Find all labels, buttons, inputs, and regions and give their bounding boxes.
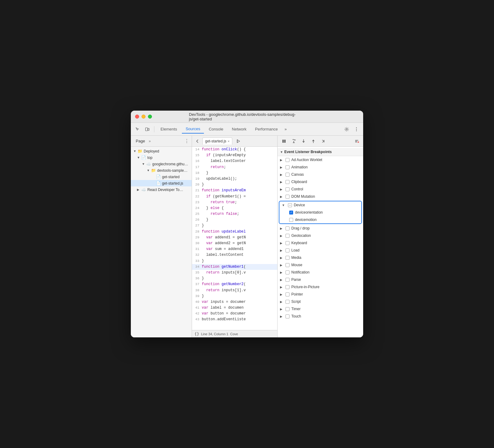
tree-item-react[interactable]: ▶ ☁️ React Developer To… — [131, 186, 192, 193]
tab-performance[interactable]: Performance — [251, 125, 281, 133]
step-button[interactable] — [319, 137, 327, 145]
tab-elements[interactable]: Elements — [157, 125, 181, 133]
bp-check-parse[interactable] — [286, 278, 289, 282]
bp-item-geolocation[interactable]: ▶ Geolocation — [278, 232, 363, 239]
bp-item-timer[interactable]: ▶ Timer — [278, 305, 363, 313]
more-panels-button[interactable]: » — [149, 139, 151, 143]
bp-label-pointer: Pointer — [291, 292, 303, 296]
code-line-29: 29 var addend1 = getN — [192, 235, 277, 241]
tree-item-getstarted-js[interactable]: ▶ 📄 get-started.js — [131, 180, 192, 186]
file-icon-gsjs: 📄 — [156, 181, 161, 185]
bp-item-dragdrop[interactable]: ▶ Drag / drop — [278, 225, 363, 232]
device-toggle-icon[interactable] — [143, 125, 152, 134]
bp-item-clipboard[interactable]: ▶ Clipboard — [278, 178, 363, 185]
bp-check-mouse[interactable] — [286, 263, 289, 267]
debug-toolbar — [278, 136, 363, 147]
window-title: DevTools - googlechrome.github.io/devtoo… — [189, 112, 305, 121]
close-file-icon[interactable]: × — [227, 139, 229, 143]
bp-item-deviceorientation[interactable]: deviceorientation — [279, 209, 361, 216]
deactivate-breakpoints-button[interactable] — [353, 137, 361, 145]
close-button[interactable] — [135, 115, 139, 119]
bp-item-dommutation[interactable]: ▶ DOM Mutation — [278, 193, 363, 200]
tree-item-deployed[interactable]: ▼ 📁 Deployed — [131, 148, 192, 154]
minimize-button[interactable] — [142, 115, 146, 119]
more-tabs-button[interactable]: » — [283, 126, 289, 133]
bp-item-mouse[interactable]: ▶ Mouse — [278, 261, 363, 269]
bp-item-animation[interactable]: ▶ Animation — [278, 163, 363, 171]
bp-check-script[interactable] — [286, 300, 289, 304]
bp-check-media[interactable] — [286, 256, 289, 260]
tab-network[interactable]: Network — [228, 125, 250, 133]
cloud-icon-gc: ☁️ — [146, 162, 151, 166]
bp-check-touch[interactable] — [286, 314, 289, 318]
bp-label-script: Script — [291, 299, 301, 304]
pause-button[interactable] — [280, 137, 288, 145]
run-snippet-icon[interactable] — [235, 138, 242, 145]
pretty-print-icon[interactable]: {} — [194, 332, 199, 336]
bp-item-script[interactable]: ▶ Script — [278, 298, 363, 305]
bp-arrow-dom: ▶ — [280, 195, 282, 198]
bp-check-device[interactable] — [288, 203, 292, 207]
bp-check-notif[interactable] — [286, 270, 289, 274]
panel-menu-icon[interactable]: ⋮ — [184, 138, 189, 144]
bp-item-device[interactable]: ▼ Device — [279, 201, 361, 209]
bp-item-media[interactable]: ▶ Media — [278, 254, 363, 261]
bp-arrow-timer: ▶ — [280, 307, 282, 311]
code-editor[interactable]: 14function onClick() { 15 if (inputsAreE… — [192, 147, 277, 330]
bp-check-clipboard[interactable] — [286, 180, 289, 184]
svg-rect-9 — [284, 140, 286, 143]
navigate-back-icon[interactable] — [194, 138, 201, 145]
bp-check-dragdrop[interactable] — [286, 226, 289, 230]
bp-check-animation[interactable] — [286, 165, 289, 169]
code-line-27: 27} — [192, 223, 277, 229]
bp-item-notification[interactable]: ▶ Notification — [278, 269, 363, 276]
bp-item-control[interactable]: ▶ Control — [278, 185, 363, 193]
tree-item-googlechrome[interactable]: ▼ ☁️ googlechrome.githu… — [131, 161, 192, 167]
tab-console[interactable]: Console — [205, 125, 227, 133]
bp-check-pip[interactable] — [286, 285, 289, 289]
inspect-icon[interactable] — [133, 125, 142, 134]
step-over-button[interactable] — [290, 137, 298, 145]
bp-check-geo[interactable] — [286, 234, 289, 238]
bp-section-arrow: ▼ — [280, 150, 283, 154]
bp-item-load[interactable]: ▶ Load — [278, 247, 363, 254]
tab-sources[interactable]: Sources — [182, 125, 204, 134]
bp-label-deviceorientation: deviceorientation — [295, 210, 323, 215]
bp-check-load[interactable] — [286, 248, 289, 252]
bp-item-pointer[interactable]: ▶ Pointer — [278, 291, 363, 298]
tree-item-top[interactable]: ▼ 📄 top — [131, 154, 192, 161]
bp-item-pip[interactable]: ▶ Picture-in-Picture — [278, 283, 363, 291]
bp-arrow-pointer: ▶ — [280, 293, 282, 296]
bp-item-devicemotion[interactable]: devicemotion — [279, 216, 361, 223]
bp-check-devicemotion[interactable] — [289, 218, 293, 222]
bp-check-pointer[interactable] — [286, 292, 289, 296]
svg-point-3 — [356, 127, 357, 128]
bp-arrow-device: ▼ — [282, 204, 285, 207]
bp-item-parse[interactable]: ▶ Parse — [278, 276, 363, 283]
settings-icon[interactable] — [342, 125, 351, 134]
page-tab[interactable]: Page — [133, 138, 147, 145]
bp-item-keyboard[interactable]: ▶ Keyboard — [278, 239, 363, 247]
bp-item-canvas[interactable]: ▶ Canvas — [278, 171, 363, 178]
maximize-button[interactable] — [148, 115, 152, 119]
bp-label-dom: DOM Mutation — [291, 194, 315, 199]
tree-label-react: React Developer To… — [147, 188, 183, 192]
bp-check-deviceorientation[interactable] — [289, 211, 293, 215]
bp-check-adauction[interactable] — [286, 158, 289, 162]
more-options-icon[interactable] — [352, 125, 361, 134]
tree-item-devtools[interactable]: ▼ 📁 devtools-sample… — [131, 167, 192, 174]
tree-item-getstarted[interactable]: ▶ 📄 get-started — [131, 174, 192, 180]
bp-check-timer[interactable] — [286, 307, 289, 311]
bp-label-notif: Notification — [291, 270, 309, 274]
bp-item-touch[interactable]: ▶ Touch — [278, 313, 363, 320]
bp-check-dom[interactable] — [286, 195, 289, 199]
bp-check-canvas[interactable] — [286, 173, 289, 177]
step-into-button[interactable] — [300, 137, 308, 145]
code-line-34: 34function getNumber1( — [192, 264, 277, 270]
bp-check-keyboard[interactable] — [286, 241, 289, 245]
bp-label-devicemotion: devicemotion — [295, 218, 317, 222]
bp-item-adauction[interactable]: ▶ Ad Auction Worklet — [278, 156, 363, 163]
bp-check-control[interactable] — [286, 187, 289, 191]
step-out-button[interactable] — [309, 137, 317, 145]
code-file-tab[interactable]: get-started.js × — [202, 138, 232, 145]
